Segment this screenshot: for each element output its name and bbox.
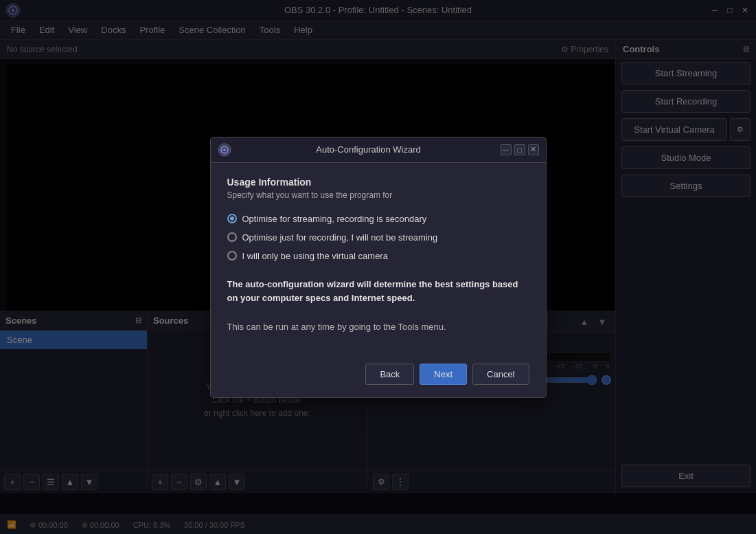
radio-btn-virtual-camera[interactable] — [227, 251, 237, 260]
radio-btn-recording[interactable] — [227, 232, 237, 242]
dialog-info-bold: The auto-configuration wizard will deter… — [227, 279, 518, 304]
dialog-body: Usage Information Specify what you want … — [211, 163, 546, 348]
dialog-next-button[interactable]: Next — [420, 364, 467, 385]
svg-point-5 — [223, 148, 226, 151]
auto-config-wizard-dialog: Auto-Configuration Wizard ─ □ ✕ Usage In… — [210, 137, 547, 398]
dialog-close-button[interactable]: ✕ — [528, 144, 539, 155]
radio-option-virtual-camera[interactable]: I will only be using the virtual camera — [227, 251, 529, 261]
radio-label-streaming: Optimise for streaming, recording is sec… — [242, 214, 427, 224]
radio-label-virtual-camera: I will only be using the virtual camera — [242, 251, 388, 261]
dialog-section-subtitle: Specify what you want to use the program… — [227, 190, 529, 200]
dialog-cancel-button[interactable]: Cancel — [472, 364, 529, 385]
radio-btn-streaming[interactable] — [227, 214, 237, 223]
dialog-maximize-button[interactable]: □ — [514, 144, 525, 155]
dialog-info-text: The auto-configuration wizard will deter… — [227, 278, 529, 335]
dialog-back-button[interactable]: Back — [365, 364, 414, 385]
dialog-minimize-button[interactable]: ─ — [501, 144, 512, 155]
dialog-section-title: Usage Information — [227, 177, 529, 188]
dialog-window-controls: ─ □ ✕ — [501, 144, 539, 155]
radio-label-recording: Optimise just for recording, I will not … — [242, 232, 438, 243]
dialog-footer: Back Next Cancel — [211, 355, 546, 396]
dialog-title: Auto-Configuration Wizard — [237, 144, 501, 155]
radio-option-streaming[interactable]: Optimise for streaming, recording is sec… — [227, 214, 529, 224]
dialog-overlay: Auto-Configuration Wizard ─ □ ✕ Usage In… — [0, 0, 756, 534]
dialog-info-tools: This can be run at any time by going to … — [227, 320, 529, 335]
dialog-logo-icon — [218, 143, 231, 157]
radio-option-recording[interactable]: Optimise just for recording, I will not … — [227, 232, 529, 243]
dialog-titlebar: Auto-Configuration Wizard ─ □ ✕ — [211, 137, 546, 163]
